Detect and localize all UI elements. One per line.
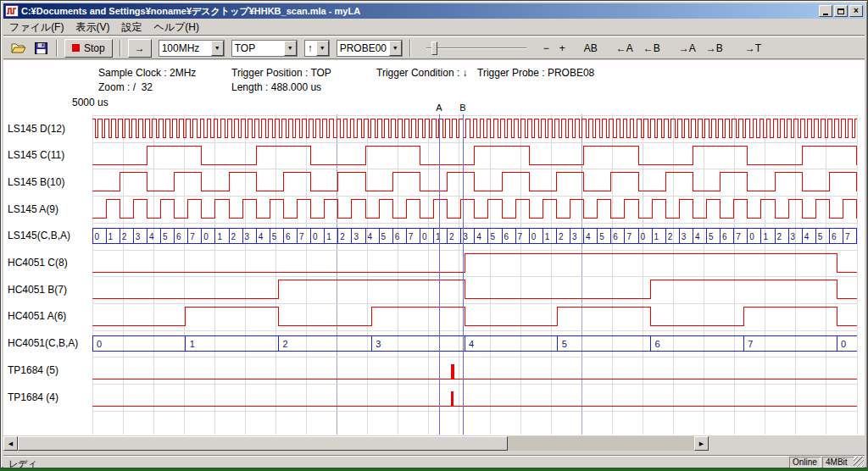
trigger-edge-select[interactable]: ↑	[304, 40, 330, 57]
menu-file[interactable]: ファイル(F)	[3, 19, 70, 36]
run-button[interactable]: →	[128, 39, 152, 58]
open-file-icon[interactable]	[10, 42, 27, 55]
status-bar: レディ Online 4MBit	[3, 455, 865, 468]
chevron-down-icon[interactable]	[389, 41, 402, 56]
stop-label: Stop	[84, 42, 105, 54]
app-icon	[5, 5, 19, 17]
minimize-icon	[823, 14, 828, 15]
toolbar-separator	[56, 40, 58, 57]
jump-left-a-button[interactable]: ←A	[611, 40, 638, 57]
chevron-down-icon[interactable]	[316, 41, 329, 56]
app-window: C:¥Documents and Settings¥noname¥デスクトップ¥…	[0, 0, 868, 468]
chevron-down-icon[interactable]	[284, 41, 297, 56]
jump-trigger-button[interactable]: →T	[740, 40, 766, 57]
zoom-out-button[interactable]: −	[538, 40, 554, 57]
scroll-right-button[interactable]	[694, 436, 709, 451]
sample-clock-select[interactable]: 100MHz	[159, 40, 225, 57]
trigger-probe-select[interactable]: PROBE00	[337, 40, 403, 57]
toolbar: Stop → 100MHz TOP ↑ PROBE00 − + AB ←A	[3, 36, 865, 59]
trigger-position-select[interactable]: TOP	[231, 40, 298, 57]
chevron-down-icon[interactable]	[211, 41, 224, 56]
jump-right-a-button[interactable]: →A	[674, 40, 701, 57]
jump-right-b-button[interactable]: →B	[701, 40, 728, 57]
toolbar-separator	[409, 40, 411, 57]
scrollbar-thumb[interactable]	[18, 436, 508, 451]
window-controls: ×	[819, 5, 863, 17]
menu-bar: ファイル(F) 表示(V) 設定 ヘルプ(H)	[3, 19, 865, 36]
horizontal-scrollbar[interactable]	[3, 436, 709, 451]
run-arrow-icon: →	[135, 42, 145, 54]
maximize-button[interactable]	[834, 5, 848, 17]
scroll-left-button[interactable]	[3, 436, 18, 451]
resize-grip[interactable]	[854, 457, 864, 467]
status-online-panel: Online	[789, 457, 821, 468]
menu-view[interactable]: 表示(V)	[70, 19, 115, 36]
minimize-button[interactable]	[819, 5, 832, 17]
maximize-icon	[837, 8, 844, 14]
stop-button[interactable]: Stop	[64, 39, 113, 58]
menu-help[interactable]: ヘルプ(H)	[147, 19, 205, 36]
stop-square-icon	[72, 44, 80, 52]
status-memory-panel: 4MBit	[822, 457, 856, 468]
ab-button[interactable]: AB	[579, 40, 603, 57]
slider-track[interactable]	[426, 47, 526, 49]
save-icon[interactable]	[32, 42, 49, 55]
jump-left-b-button[interactable]: ←B	[638, 40, 665, 57]
slider-thumb[interactable]	[431, 42, 437, 55]
status-ready-text: レディ	[8, 457, 37, 470]
toolbar-separator	[120, 40, 121, 57]
zoom-slider[interactable]	[426, 40, 526, 57]
close-icon: ×	[854, 7, 859, 15]
close-button[interactable]: ×	[849, 5, 863, 17]
waveform-area[interactable]	[3, 60, 865, 435]
zoom-in-button[interactable]: +	[554, 40, 570, 57]
menu-settings[interactable]: 設定	[115, 19, 147, 36]
window-title: C:¥Documents and Settings¥noname¥デスクトップ¥…	[21, 5, 815, 18]
title-bar[interactable]: C:¥Documents and Settings¥noname¥デスクトップ¥…	[3, 3, 865, 19]
